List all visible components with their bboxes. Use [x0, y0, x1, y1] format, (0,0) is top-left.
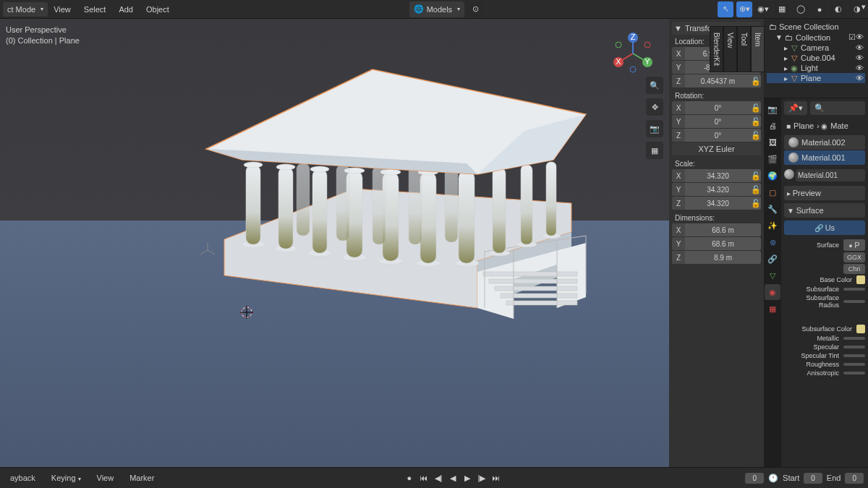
- zoom-icon[interactable]: 🔍: [646, 77, 663, 94]
- mode-selector[interactable]: ct Mode: [3, 2, 48, 17]
- material-slot-1[interactable]: Material.001: [784, 150, 865, 165]
- physics-tab-icon[interactable]: ⊚: [765, 234, 780, 250]
- rotation-label: Rotation:: [675, 92, 761, 100]
- xray-icon[interactable]: ▦: [774, 1, 790, 17]
- clock-icon[interactable]: 🕐: [768, 474, 778, 483]
- light-row[interactable]: ▸◉Light👁: [767, 63, 865, 73]
- scene-tab-icon[interactable]: 🎬: [765, 151, 780, 167]
- camera-row[interactable]: ▸▽Camera👁: [767, 43, 865, 53]
- location-z[interactable]: Z0.45437 m🔓: [672, 74, 761, 87]
- anisotropic-field[interactable]: [843, 372, 865, 374]
- jump-start-icon[interactable]: ⏮: [417, 471, 430, 484]
- next-key-icon[interactable]: |▶: [475, 471, 488, 484]
- shading-solid-icon[interactable]: ●: [812, 1, 827, 17]
- menu-object[interactable]: Object: [140, 2, 175, 17]
- camera-view-icon[interactable]: 📷: [646, 120, 663, 137]
- perspective-icon[interactable]: ▦: [646, 142, 663, 159]
- scene-collection-row[interactable]: 🗀Scene Collection: [767, 22, 865, 32]
- play-reverse-icon[interactable]: ◀: [446, 471, 459, 484]
- modifier-tab-icon[interactable]: 🔧: [765, 201, 780, 217]
- surface-shader-dropdown[interactable]: ● P: [843, 239, 865, 251]
- shading-wireframe-icon[interactable]: ◯: [793, 1, 809, 17]
- header-menu: View Select Add Object: [48, 2, 175, 17]
- world-tab-icon[interactable]: 🌍: [765, 168, 780, 184]
- svg-rect-48: [420, 172, 436, 263]
- output-tab-icon[interactable]: 🖨: [765, 118, 780, 134]
- menu-add[interactable]: Add: [113, 2, 139, 17]
- tab-view[interactable]: View: [723, 26, 737, 72]
- pin-icon[interactable]: 📌▾: [784, 101, 807, 115]
- sss-method-dropdown[interactable]: Chri: [843, 264, 865, 274]
- select-toggle-icon[interactable]: ↖: [718, 1, 733, 17]
- move-view-icon[interactable]: ✥: [646, 98, 663, 116]
- rotation-z[interactable]: Z0°🔓: [672, 129, 761, 142]
- gizmo-toggle-icon[interactable]: ⊕▾: [736, 1, 752, 17]
- mesh-tab-icon[interactable]: ▽: [765, 267, 780, 283]
- navigation-gizmo[interactable]: X Y Z: [611, 32, 655, 75]
- menu-view[interactable]: View: [48, 2, 77, 17]
- play-icon[interactable]: ▶: [461, 471, 474, 484]
- timeline-view-menu[interactable]: View: [91, 471, 120, 485]
- rotation-x[interactable]: X0°🔓: [672, 101, 761, 114]
- sss-color-swatch[interactable]: [856, 325, 865, 333]
- collection-row[interactable]: ▼🗀Collection☑👁: [767, 32, 865, 43]
- surface-section[interactable]: ▼ Surface: [784, 203, 865, 218]
- dimensions-label: Dimensions:: [675, 214, 761, 222]
- dim-x[interactable]: X68.6 m: [672, 223, 761, 236]
- end-frame-field[interactable]: 0: [845, 473, 864, 484]
- distribution-dropdown[interactable]: GGX: [843, 252, 865, 262]
- specular-tint-field[interactable]: [843, 354, 865, 357]
- current-frame-field[interactable]: 0: [745, 473, 764, 484]
- specular-field[interactable]: [843, 346, 865, 348]
- tab-item[interactable]: Item: [751, 26, 765, 72]
- menu-select[interactable]: Select: [78, 2, 112, 17]
- scale-x[interactable]: X34.320🔓: [672, 169, 761, 182]
- autokey-icon[interactable]: ●: [403, 471, 416, 484]
- overlay-toggle-icon[interactable]: ◉▾: [755, 1, 771, 17]
- cube-row[interactable]: ▸▽Cube.004👁: [767, 53, 865, 63]
- outliner[interactable]: ▾ 🗀Scene Collection ▼🗀Collection☑👁 ▸▽Cam…: [764, 19, 868, 98]
- shading-matprev-icon[interactable]: ◐: [830, 1, 846, 17]
- material-tab-icon[interactable]: ◉: [765, 284, 780, 300]
- roughness-field[interactable]: [843, 363, 865, 366]
- start-frame-field[interactable]: 0: [804, 473, 822, 484]
- marker-menu[interactable]: Marker: [124, 471, 160, 485]
- playback-menu[interactable]: ayback: [4, 471, 41, 485]
- texture-tab-icon[interactable]: ▦: [765, 301, 780, 317]
- object-tab-icon[interactable]: ▢: [765, 184, 780, 200]
- light-icon: ◉: [790, 64, 799, 72]
- svg-rect-25: [501, 294, 577, 298]
- dim-y[interactable]: Y68.6 m: [672, 237, 761, 250]
- constraint-tab-icon[interactable]: 🔗: [765, 251, 780, 267]
- base-color-swatch[interactable]: [856, 275, 865, 284]
- tab-blenderkit[interactable]: BlenderKit: [710, 26, 723, 72]
- jump-end-icon[interactable]: ⏭: [490, 471, 503, 484]
- render-tab-icon[interactable]: 📷: [765, 101, 780, 117]
- keying-menu[interactable]: Keying: [46, 471, 87, 485]
- use-nodes-button[interactable]: 🔗 Us: [784, 221, 865, 235]
- rotation-y[interactable]: Y0°🔓: [672, 115, 761, 128]
- pivot-dropdown[interactable]: ⊙: [467, 1, 483, 17]
- dim-z[interactable]: Z8.9 m: [672, 251, 761, 264]
- metallic-field[interactable]: [843, 337, 865, 340]
- svg-rect-23: [489, 279, 577, 283]
- tab-tool[interactable]: Tool: [737, 26, 751, 72]
- material-slot-0[interactable]: Material.002: [784, 135, 865, 150]
- svg-rect-60: [336, 165, 349, 241]
- orientation-dropdown[interactable]: 🌐 Models: [409, 1, 464, 17]
- search-field[interactable]: 🔍: [810, 101, 865, 115]
- svg-rect-36: [278, 167, 293, 249]
- 3d-viewport[interactable]: User Perspective (0) Collection | Plane …: [0, 19, 669, 467]
- plane-row[interactable]: ▸▽Plane👁: [767, 73, 865, 83]
- svg-point-9: [644, 42, 650, 48]
- scale-y[interactable]: Y34.320🔓: [672, 183, 761, 196]
- rotation-mode[interactable]: XYZ Euler: [672, 142, 761, 155]
- scale-z[interactable]: Z34.320🔓: [672, 197, 761, 210]
- material-name-field[interactable]: Material.001: [796, 169, 865, 181]
- particle-tab-icon[interactable]: ✨: [765, 218, 780, 234]
- subsurface-field[interactable]: [843, 288, 865, 291]
- prev-key-icon[interactable]: ◀|: [432, 471, 445, 484]
- preview-section[interactable]: ▸ Preview: [784, 186, 865, 200]
- viewlayer-tab-icon[interactable]: 🖼: [765, 134, 780, 150]
- sss-radius-field[interactable]: [843, 300, 865, 303]
